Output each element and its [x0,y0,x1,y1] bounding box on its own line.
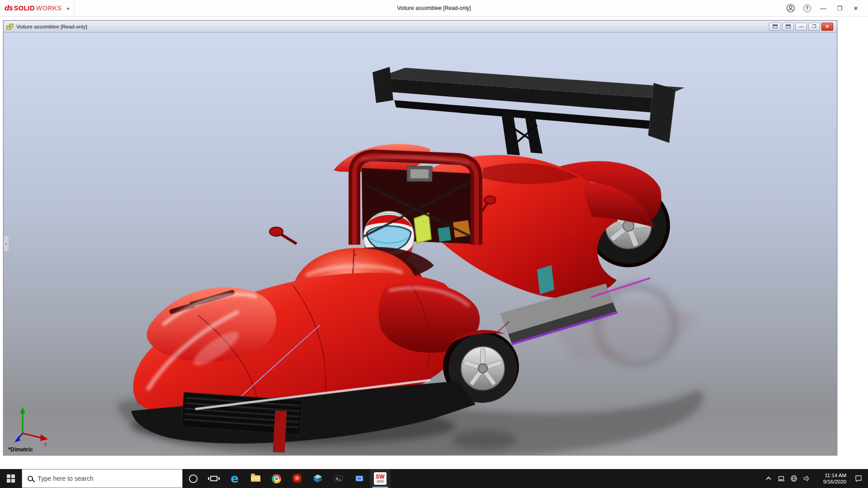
headrest [414,213,431,243]
sw-badge-top: SW [376,474,384,479]
restore-button[interactable]: ❐ [832,1,847,15]
tray-volume-button[interactable] [800,469,813,488]
taskbar-app-terminal[interactable] [328,469,349,488]
chevron-up-icon [766,477,771,482]
restore-icon: ❐ [837,5,842,12]
logo-works-text: WORKS [36,5,62,12]
taskbar-app-blue[interactable] [349,469,370,488]
doc-pane-button-1[interactable] [769,23,781,31]
help-button[interactable]: ? [799,1,815,15]
logo-ds-mark: ds [5,4,13,13]
start-button[interactable] [0,469,22,488]
close-icon: ✕ [854,5,859,12]
taskbar-app-cube[interactable] [307,469,328,488]
document-window-controls: — ❐ ✕ [769,23,834,31]
taskbar-app-solidworks[interactable]: SW 2020 [370,469,391,488]
notification-center-button[interactable] [849,469,868,488]
taskbar-clock[interactable]: 11:14 AM 9/16/2020 [813,472,849,485]
taskbar-taskview-button[interactable] [203,469,224,488]
taskbar-app-explorer[interactable] [245,469,266,488]
minimize-icon: — [821,5,826,12]
taskbar-app-chrome[interactable] [266,469,287,488]
doc-close-icon: ✕ [826,24,829,29]
doc-maximize-button[interactable]: ❐ [808,23,820,31]
search-input[interactable] [38,475,177,482]
tray-network-button[interactable] [788,469,800,488]
file-explorer-icon [251,475,260,482]
account-button[interactable] [783,1,798,15]
view-orientation-label: *Dimetric [8,446,33,453]
device-icon [778,475,785,482]
sw-badge-bottom: 2020 [377,480,384,483]
doc-close-button[interactable]: ✕ [821,23,833,31]
person-icon [786,4,795,13]
volume-icon [803,475,810,482]
terminal-app-icon [334,474,343,483]
doc-maximize-icon: ❐ [812,24,816,29]
titlebar-divider [74,4,75,13]
doc-minimize-button[interactable]: — [795,23,807,31]
panel-collapse-handle[interactable]: ‹ [4,236,9,251]
network-icon [790,475,797,482]
clock-time: 11:14 AM [813,472,846,479]
edge-icon: e [231,473,239,484]
doc-minimize-icon: — [799,24,803,29]
solidworks-logo: ds SOLID WORKS [5,4,62,13]
window-pane-icon [786,24,791,28]
app-titlebar[interactable]: ds SOLID WORKS ▸ Voiture assomblee [Read… [0,0,868,17]
windows-logo-icon [7,474,15,483]
taskbar-search[interactable] [22,469,183,488]
taskbar-app-red[interactable] [287,469,307,488]
blue-window-app-icon [355,474,364,483]
system-tray: 11:14 AM 9/16/2020 [762,469,868,488]
logo-solid-text: SOLID [14,5,35,12]
car-3d-render: x [4,33,837,455]
task-view-icon [210,476,217,481]
help-icon: ? [803,5,811,12]
tray-expand-button[interactable] [762,469,775,488]
clock-date: 9/16/2020 [813,479,846,485]
red-app-icon [292,474,302,483]
document-titlebar[interactable]: Voiture assomblee [Read-only] — ❐ ✕ [4,21,837,33]
cube-app-icon [313,474,322,483]
cortana-icon [189,474,198,483]
taskbar-cortana-button[interactable] [183,469,203,488]
taskbar: e [0,469,868,488]
notification-icon [854,474,863,483]
doc-pane-button-2[interactable] [782,23,794,31]
minimize-button[interactable]: — [816,1,831,15]
document-title: Voiture assomblee [Read-only] [16,24,87,29]
screen: ds SOLID WORKS ▸ Voiture assomblee [Read… [0,0,868,488]
document-window: Voiture assomblee [Read-only] — ❐ ✕ [3,20,837,455]
solidworks-2020-icon: SW 2020 [374,472,387,485]
expand-arrow-icon[interactable]: ▸ [67,5,70,11]
triad-x-label: x [44,441,47,447]
app-window-controls: ? — ❐ ✕ [783,1,863,15]
taskbar-app-edge[interactable]: e [224,469,245,488]
app-title: Voiture assomblee [Read-only] [397,5,471,11]
search-icon [28,476,33,481]
close-button[interactable]: ✕ [848,1,863,15]
assembly-icon [6,23,14,30]
window-pane-icon [773,24,778,28]
chrome-icon [272,474,281,483]
3d-viewport[interactable]: x *Dimetric ‹ [4,33,837,455]
tray-device-button[interactable] [775,469,788,488]
